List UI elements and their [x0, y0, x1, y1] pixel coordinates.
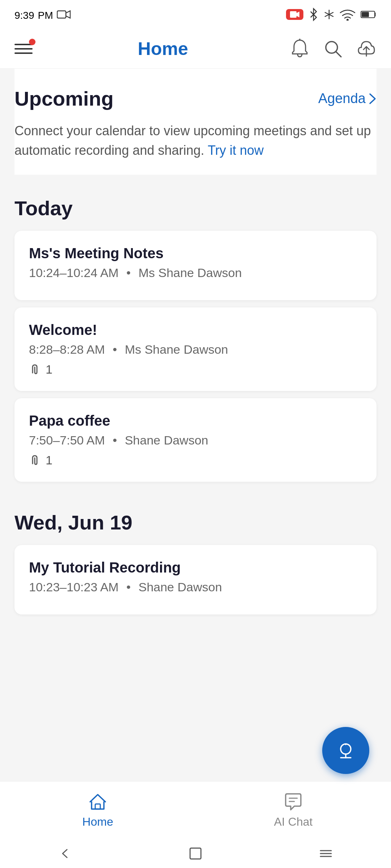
wed-section: Wed, Jun 19 My Tutorial Recording 10:23–…: [14, 496, 377, 629]
status-time: 9:39 PM: [14, 7, 53, 22]
app-header: Home: [0, 29, 391, 69]
recording-badge: [286, 9, 303, 20]
menu-button[interactable]: [14, 38, 36, 60]
menu-notification-badge: [29, 39, 35, 45]
upcoming-section: Upcoming Agenda Connect your calendar to…: [14, 69, 377, 175]
try-it-now-link[interactable]: Try it now: [208, 143, 264, 158]
header-actions: [290, 39, 377, 59]
wifi-icon: [340, 8, 356, 21]
wed-title: Wed, Jun 19: [14, 511, 377, 534]
android-back-button[interactable]: [54, 843, 76, 864]
svg-rect-22: [190, 848, 201, 859]
agenda-link[interactable]: Agenda: [318, 91, 377, 106]
svg-rect-19: [95, 804, 100, 809]
main-scroll-area[interactable]: Upcoming Agenda Connect your calendar to…: [0, 69, 391, 781]
android-recents-button[interactable]: [315, 843, 337, 864]
meeting-card[interactable]: Welcome! 8:28–8:28 AM • Ms Shane Dawson …: [14, 307, 377, 391]
clip-icon: 1: [29, 362, 52, 376]
nav-item-ai-chat[interactable]: AI Chat: [196, 782, 391, 839]
status-bar: 9:39 PM: [0, 0, 391, 29]
today-title: Today: [14, 196, 377, 220]
meeting-card[interactable]: Papa coffee 7:50–7:50 AM • Shane Dawson …: [14, 398, 377, 482]
status-icons-right: [286, 7, 377, 22]
meeting-meta: 8:28–8:28 AM • Ms Shane Dawson: [29, 342, 362, 357]
video-camera-status-icon: [57, 9, 71, 20]
meeting-clips-row: 1: [29, 362, 362, 376]
meeting-clips-row: 1: [29, 453, 362, 467]
home-icon: [88, 792, 108, 812]
svg-rect-9: [362, 12, 369, 17]
meeting-title: My Tutorial Recording: [29, 559, 362, 576]
android-navigation-bar: [0, 839, 391, 868]
clip-icon: 1: [29, 453, 52, 467]
nav-label-ai-chat: AI Chat: [274, 815, 313, 829]
upload-button[interactable]: [356, 39, 377, 59]
meeting-card[interactable]: Ms's Meeting Notes 10:24–10:24 AM • Ms S…: [14, 231, 377, 300]
meeting-title: Welcome!: [29, 322, 362, 338]
meeting-meta: 10:23–10:23 AM • Shane Dawson: [29, 580, 362, 594]
bluetooth-icon: [308, 7, 319, 22]
meeting-meta: 7:50–7:50 AM • Shane Dawson: [29, 433, 362, 447]
signal-icon: [324, 9, 335, 20]
meeting-title: Ms's Meeting Notes: [29, 245, 362, 261]
svg-line-13: [336, 52, 341, 57]
search-button[interactable]: [323, 39, 343, 59]
bottom-navigation: Home AI Chat: [0, 781, 391, 839]
meeting-title: Papa coffee: [29, 413, 362, 429]
nav-item-home[interactable]: Home: [0, 782, 196, 839]
upcoming-title: Upcoming: [14, 87, 114, 110]
nav-label-home: Home: [82, 815, 113, 829]
battery-icon: [361, 10, 377, 19]
chat-icon: [283, 792, 303, 812]
header-title: Home: [138, 38, 188, 59]
notification-button[interactable]: [290, 39, 310, 59]
meeting-card[interactable]: My Tutorial Recording 10:23–10:23 AM • S…: [14, 545, 377, 614]
upcoming-description: Connect your calendar to view upcoming m…: [14, 121, 377, 160]
today-section: Today Ms's Meeting Notes 10:24–10:24 AM …: [14, 182, 377, 496]
svg-rect-0: [57, 11, 66, 18]
android-home-button[interactable]: [185, 843, 206, 864]
svg-rect-1: [290, 11, 297, 18]
svg-point-15: [341, 744, 351, 754]
record-fab-button[interactable]: [322, 727, 369, 774]
meeting-meta: 10:24–10:24 AM • Ms Shane Dawson: [29, 266, 362, 280]
svg-point-7: [346, 19, 349, 21]
